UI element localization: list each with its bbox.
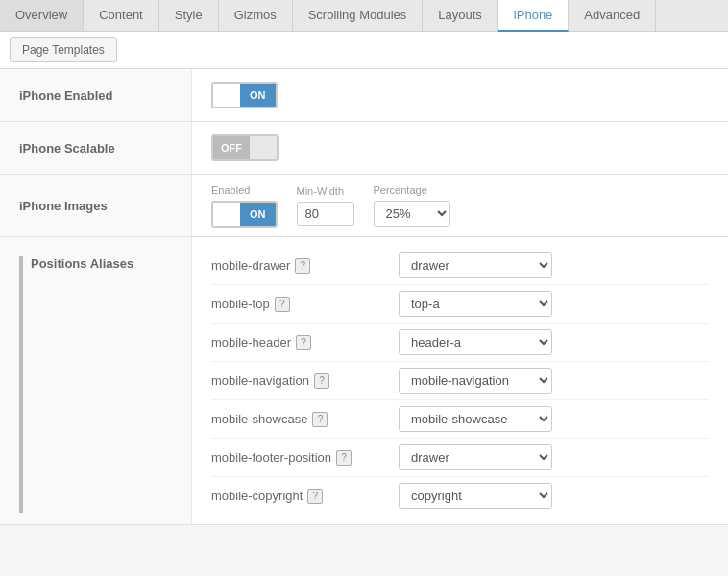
help-icon-mobile-top[interactable]: ? bbox=[275, 297, 290, 312]
alias-row-mobile-top: mobile-top ? drawer top-a header-a mobil… bbox=[211, 285, 709, 324]
iphone-enabled-toggle[interactable]: ON bbox=[211, 82, 278, 108]
iphone-images-controls: Enabled ON Min-Width Percentage 25% 50% … bbox=[192, 177, 470, 235]
positions-aliases-section: Positions Aliases mobile-drawer ? drawer… bbox=[0, 237, 728, 525]
alias-name-mobile-copyright: mobile-copyright ? bbox=[211, 489, 389, 504]
tab-layouts[interactable]: Layouts bbox=[423, 0, 498, 31]
toggle-on-blank bbox=[250, 136, 277, 159]
iphone-enabled-row: iPhone Enabled ON bbox=[0, 69, 728, 122]
sub-tabs-bar: Page Templates bbox=[0, 32, 728, 69]
alias-row-mobile-drawer: mobile-drawer ? drawer top-a header-a mo… bbox=[211, 247, 709, 285]
iphone-images-toggle[interactable]: ON bbox=[211, 201, 278, 228]
iphone-images-minwidth-label: Min-Width bbox=[297, 185, 354, 197]
tab-content[interactable]: Content bbox=[84, 0, 159, 31]
alias-name-mobile-navigation: mobile-navigation ? bbox=[211, 373, 389, 389]
iphone-scalable-label: iPhone Scalable bbox=[0, 122, 192, 174]
positions-aliases-label: Positions Aliases bbox=[0, 237, 192, 524]
tab-style[interactable]: Style bbox=[159, 0, 219, 31]
tab-scrolling-modules[interactable]: Scrolling Modules bbox=[293, 0, 424, 31]
main-tabs: Overview Content Style Gizmos Scrolling … bbox=[0, 0, 728, 32]
iphone-images-percentage-select[interactable]: 25% 50% 75% 100% bbox=[374, 201, 450, 227]
help-icon-mobile-copyright[interactable]: ? bbox=[307, 489, 323, 504]
toggle-off-label: OFF bbox=[213, 136, 250, 159]
alias-select-mobile-showcase[interactable]: drawer top-a header-a mobile-navigation … bbox=[399, 406, 552, 432]
images-toggle-on: ON bbox=[240, 203, 276, 226]
iphone-images-percentage-group: Percentage 25% 50% 75% 100% bbox=[374, 184, 450, 227]
iphone-enabled-control: ON bbox=[192, 72, 728, 118]
toggle-off-blank bbox=[213, 84, 240, 107]
alias-name-mobile-header: mobile-header ? bbox=[211, 335, 389, 350]
iphone-enabled-label: iPhone Enabled bbox=[0, 69, 192, 121]
iphone-images-label: iPhone Images bbox=[0, 175, 192, 236]
tab-overview[interactable]: Overview bbox=[0, 0, 84, 31]
iphone-images-percentage-label: Percentage bbox=[374, 184, 450, 196]
tab-iphone[interactable]: iPhone bbox=[498, 0, 569, 32]
alias-select-mobile-top[interactable]: drawer top-a header-a mobile-navigation … bbox=[399, 291, 552, 317]
alias-row-mobile-copyright: mobile-copyright ? drawer top-a header-a… bbox=[211, 477, 709, 515]
alias-row-mobile-header: mobile-header ? drawer top-a header-a mo… bbox=[211, 324, 709, 362]
sub-tab-page-templates[interactable]: Page Templates bbox=[10, 37, 117, 62]
alias-select-mobile-drawer[interactable]: drawer top-a header-a mobile-navigation … bbox=[399, 252, 552, 278]
help-icon-mobile-footer-position[interactable]: ? bbox=[336, 450, 352, 466]
alias-name-mobile-showcase: mobile-showcase ? bbox=[211, 412, 389, 427]
iphone-scalable-row: iPhone Scalable OFF bbox=[0, 122, 728, 175]
iphone-images-enabled-group: Enabled ON bbox=[211, 184, 278, 228]
alias-name-mobile-drawer: mobile-drawer ? bbox=[211, 258, 389, 274]
alias-select-mobile-header[interactable]: drawer top-a header-a mobile-navigation … bbox=[399, 329, 552, 355]
alias-select-mobile-copyright[interactable]: drawer top-a header-a mobile-navigation … bbox=[399, 483, 552, 509]
alias-name-mobile-top: mobile-top ? bbox=[211, 297, 389, 312]
iphone-scalable-control: OFF bbox=[192, 125, 728, 171]
alias-select-mobile-footer-position[interactable]: drawer top-a header-a mobile-navigation … bbox=[399, 444, 552, 470]
iphone-images-minwidth-group: Min-Width bbox=[297, 185, 354, 226]
images-toggle-off-blank bbox=[213, 203, 240, 226]
positions-aliases-label-text: Positions Aliases bbox=[31, 256, 133, 271]
help-icon-mobile-showcase[interactable]: ? bbox=[312, 412, 328, 427]
alias-row-mobile-navigation: mobile-navigation ? drawer top-a header-… bbox=[211, 362, 709, 400]
iphone-images-minwidth-input[interactable] bbox=[297, 202, 354, 226]
tab-gizmos[interactable]: Gizmos bbox=[219, 0, 293, 31]
positions-aliases-controls: mobile-drawer ? drawer top-a header-a mo… bbox=[192, 237, 728, 524]
help-icon-mobile-navigation[interactable]: ? bbox=[314, 373, 329, 389]
settings-content: iPhone Enabled ON iPhone Scalable OFF iP… bbox=[0, 69, 728, 525]
help-icon-mobile-header[interactable]: ? bbox=[296, 335, 311, 350]
toggle-on-label: ON bbox=[240, 84, 276, 107]
iphone-images-row: iPhone Images Enabled ON Min-Width Perce… bbox=[0, 175, 728, 237]
iphone-images-enabled-label: Enabled bbox=[211, 184, 278, 196]
alias-row-mobile-showcase: mobile-showcase ? drawer top-a header-a … bbox=[211, 400, 709, 439]
alias-row-mobile-footer-position: mobile-footer-position ? drawer top-a he… bbox=[211, 439, 709, 477]
alias-select-mobile-navigation[interactable]: drawer top-a header-a mobile-navigation … bbox=[399, 368, 552, 394]
alias-name-mobile-footer-position: mobile-footer-position ? bbox=[211, 450, 389, 466]
iphone-scalable-toggle[interactable]: OFF bbox=[211, 134, 279, 161]
help-icon-mobile-drawer[interactable]: ? bbox=[295, 258, 310, 274]
positions-left-accent bbox=[19, 256, 23, 513]
tab-advanced[interactable]: Advanced bbox=[569, 0, 656, 31]
